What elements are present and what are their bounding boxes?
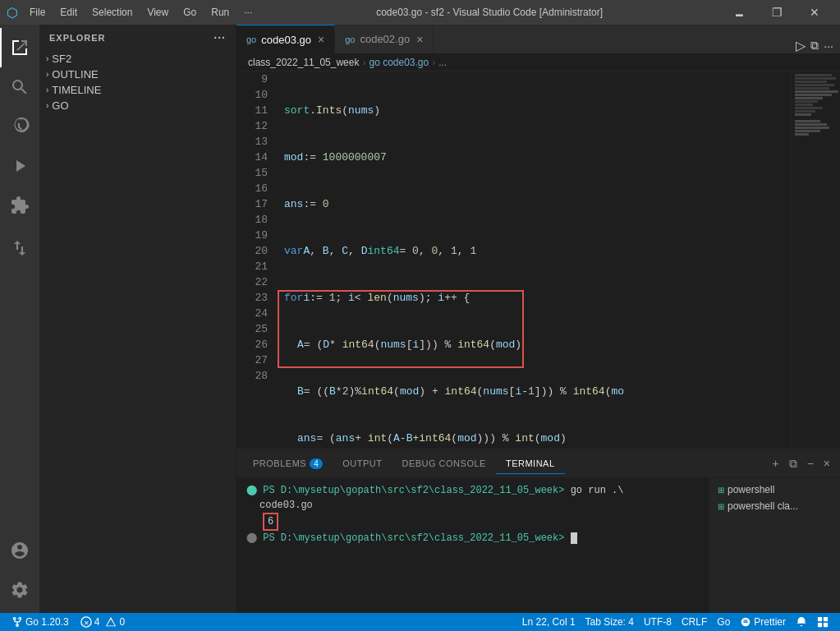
terminal-line: code03.go bbox=[246, 498, 699, 513]
title-bar: ⬡ File Edit Selection View Go Run ··· co… bbox=[0, 0, 840, 25]
code-line: sort.Ints(nums) bbox=[278, 103, 791, 118]
code-line: A = (D * int64(nums[i])) % int64(mod) bbox=[278, 337, 791, 352]
editor-area[interactable]: 9 10 11 12 13 14 15 16 17 18 19 20 21 22… bbox=[236, 71, 840, 449]
activity-extensions[interactable] bbox=[0, 186, 39, 225]
tab-debug-console[interactable]: DEBUG CONSOLE bbox=[392, 454, 495, 473]
minimap bbox=[791, 71, 840, 449]
window-title: code03.go - sf2 - Visual Studio Code [Ad… bbox=[259, 7, 720, 18]
menu-file[interactable]: File bbox=[23, 5, 52, 20]
editor-container: go code03.go × go code02.go × ▷ ⧉ ··· cl… bbox=[236, 25, 840, 613]
sidebar-item-label: SF2 bbox=[52, 53, 71, 65]
status-bell[interactable] bbox=[791, 613, 812, 631]
status-encoding[interactable]: UTF-8 bbox=[639, 613, 677, 631]
menu-edit[interactable]: Edit bbox=[53, 5, 84, 20]
chevron-icon: › bbox=[46, 54, 48, 63]
panel-tabs: PROBLEMS 4 OUTPUT DEBUG CONSOLE TERMINAL… bbox=[236, 449, 840, 478]
problems-badge: 4 bbox=[310, 458, 323, 469]
code-line: ans = (ans + int(A-B+int64(mod))) % int(… bbox=[278, 431, 791, 446]
run-icon[interactable]: ▷ bbox=[796, 38, 806, 53]
tab-label: code02.go bbox=[360, 33, 410, 45]
activity-accounts[interactable] bbox=[0, 531, 39, 570]
status-eol[interactable]: CRLF bbox=[677, 613, 712, 631]
kill-terminal-button[interactable]: − bbox=[804, 455, 817, 472]
terminal-line: 6 bbox=[246, 513, 699, 531]
status-language[interactable]: Go bbox=[712, 613, 735, 631]
activity-search[interactable] bbox=[0, 67, 39, 107]
terminal-output-6: 6 bbox=[263, 513, 278, 531]
tab-output[interactable]: OUTPUT bbox=[333, 454, 392, 473]
code-line: for i := 1; i < len(nums); i++ { bbox=[278, 290, 791, 306]
breadcrumb-file[interactable]: go code03.go bbox=[369, 57, 429, 68]
close-button[interactable]: ✕ bbox=[796, 0, 833, 25]
sidebar-item-timeline[interactable]: › TIMELINE bbox=[39, 82, 236, 98]
sidebar-item-sf2[interactable]: › SF2 bbox=[39, 51, 236, 67]
sidebar-item-label: GO bbox=[52, 99, 68, 112]
menu-go[interactable]: Go bbox=[177, 5, 203, 20]
tab-terminal[interactable]: TERMINAL bbox=[496, 454, 565, 474]
code-editor[interactable]: sort.Ints(nums) mod := 1000000007 ans :=… bbox=[278, 71, 791, 449]
terminal-cursor bbox=[571, 532, 577, 544]
sidebar-item-outline[interactable]: › OUTLINE bbox=[39, 67, 236, 82]
sidebar-menu[interactable]: ··· bbox=[213, 31, 226, 44]
tab-bar: go code03.go × go code02.go × ▷ ⧉ ··· bbox=[236, 25, 840, 53]
split-editor-icon[interactable]: ⧉ bbox=[810, 39, 819, 53]
restore-button[interactable]: ❐ bbox=[758, 0, 796, 25]
go-version: Go 1.20.3 bbox=[25, 616, 69, 628]
menu-more[interactable]: ··· bbox=[237, 5, 259, 20]
minimize-button[interactable]: 🗕 bbox=[720, 0, 758, 25]
code-line: B = ((B*2)%int64(mod) + int64(nums[i-1])… bbox=[278, 384, 791, 399]
svg-text:✕: ✕ bbox=[84, 619, 90, 627]
tab-close-button[interactable]: × bbox=[416, 33, 423, 46]
sidebar-header: EXPLORER ··· bbox=[39, 25, 236, 51]
breadcrumb-folder[interactable]: class_2022_11_05_week bbox=[248, 57, 359, 68]
svg-rect-3 bbox=[824, 617, 828, 621]
status-errors[interactable]: ✕ 4 0 bbox=[76, 613, 130, 631]
status-prettier[interactable]: Prettier bbox=[735, 613, 791, 631]
status-layout[interactable] bbox=[812, 613, 833, 631]
terminal-icon: ⊞ bbox=[718, 486, 724, 495]
vscode-icon: ⬡ bbox=[7, 5, 18, 21]
chevron-icon: › bbox=[46, 70, 48, 79]
tab-problems[interactable]: PROBLEMS 4 bbox=[243, 454, 333, 474]
svg-rect-5 bbox=[824, 623, 828, 627]
terminal-panel-powershell-cla[interactable]: ⊞ powershell cla... bbox=[713, 498, 837, 514]
main-container: EXPLORER ··· › SF2 › OUTLINE › TIMELINE … bbox=[0, 25, 840, 613]
terminal-icon: ⊞ bbox=[718, 502, 724, 511]
menu-selection[interactable]: Selection bbox=[85, 5, 139, 20]
status-position[interactable]: Ln 22, Col 1 bbox=[517, 613, 581, 631]
sidebar-item-label: TIMELINE bbox=[52, 84, 101, 96]
terminal-content[interactable]: ⬤ PS D:\mysetup\gopath\src\sf2\class_202… bbox=[236, 478, 709, 613]
close-panel-button[interactable]: × bbox=[820, 455, 833, 472]
activity-test[interactable] bbox=[0, 228, 39, 268]
more-actions-icon[interactable]: ··· bbox=[824, 39, 833, 53]
tab-code03[interactable]: go code03.go × bbox=[236, 25, 335, 53]
tab-code02[interactable]: go code02.go × bbox=[335, 25, 434, 53]
window-controls: 🗕 ❐ ✕ bbox=[720, 0, 833, 25]
svg-rect-2 bbox=[818, 617, 822, 621]
terminal-panel-sidebar: ⊞ powershell ⊞ powershell cla... bbox=[709, 478, 840, 613]
code-line: mod := 1000000007 bbox=[278, 150, 791, 165]
tab-close-button[interactable]: × bbox=[318, 33, 324, 46]
code-line: ans := 0 bbox=[278, 196, 791, 212]
activity-settings[interactable] bbox=[0, 570, 39, 610]
go-icon: go bbox=[345, 35, 355, 44]
add-terminal-button[interactable]: + bbox=[769, 455, 782, 472]
status-branch[interactable]: Go 1.20.3 bbox=[7, 613, 74, 631]
split-terminal-button[interactable]: ⧉ bbox=[786, 455, 801, 472]
activity-explorer[interactable] bbox=[0, 28, 39, 67]
bottom-panel: PROBLEMS 4 OUTPUT DEBUG CONSOLE TERMINAL… bbox=[236, 449, 840, 613]
status-tabsize[interactable]: Tab Size: 4 bbox=[581, 613, 639, 631]
terminal-line: ⬤ PS D:\mysetup\gopath\src\sf2\class_202… bbox=[246, 483, 699, 498]
line-numbers: 9 10 11 12 13 14 15 16 17 18 19 20 21 22… bbox=[236, 71, 278, 449]
go-icon: go bbox=[246, 35, 256, 44]
activity-run[interactable] bbox=[0, 146, 39, 186]
sidebar-item-label: OUTLINE bbox=[52, 68, 98, 81]
sidebar-item-go[interactable]: › GO bbox=[39, 98, 236, 113]
activity-source-control[interactable] bbox=[0, 107, 39, 146]
menu-run[interactable]: Run bbox=[204, 5, 236, 20]
menu-view[interactable]: View bbox=[140, 5, 175, 20]
chevron-icon: › bbox=[46, 85, 48, 94]
breadcrumb-symbol[interactable]: ... bbox=[438, 57, 447, 68]
breadcrumb: class_2022_11_05_week › go code03.go › .… bbox=[236, 53, 840, 71]
terminal-panel-powershell[interactable]: ⊞ powershell bbox=[713, 481, 837, 498]
